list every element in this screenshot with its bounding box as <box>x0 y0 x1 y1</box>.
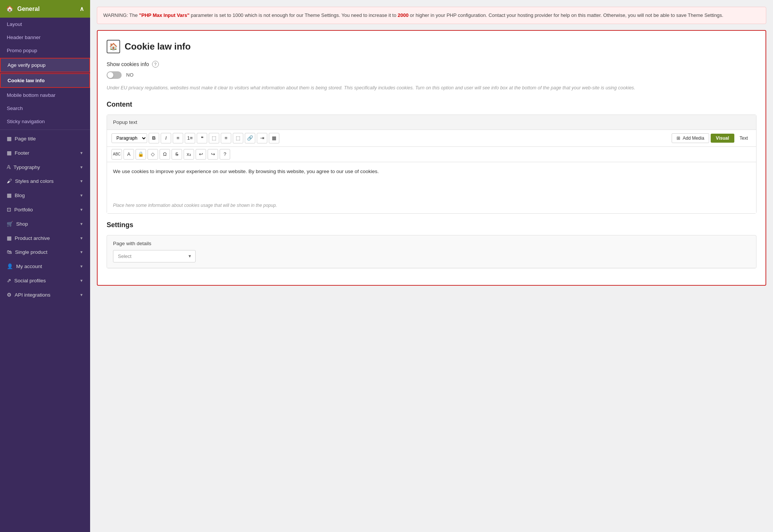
sidebar-item-label: Sticky navigation <box>7 119 45 124</box>
chevron-down-icon: ▼ <box>80 236 83 240</box>
sidebar-item-product-archive[interactable]: ▦ Product archive ▼ <box>0 231 90 245</box>
content-section-title: Content <box>107 101 756 109</box>
undo-button[interactable]: ↩ <box>196 149 206 160</box>
main-card: 🏠 Cookie law info Show cookies info ? NO… <box>97 30 766 286</box>
sidebar-item-layout[interactable]: Layout <box>0 18 90 31</box>
home-icon: 🏠 <box>109 42 118 51</box>
ordered-list-button[interactable]: 1≡ <box>185 133 195 143</box>
help-button[interactable]: ? <box>220 149 230 160</box>
grid-icon: ▦ <box>7 235 12 241</box>
page-select-wrapper: Select ▼ <box>113 250 196 262</box>
lock-button[interactable]: 🔒 <box>136 149 146 160</box>
chevron-down-icon: ▼ <box>80 193 83 197</box>
indent-button[interactable]: ⇥ <box>257 133 267 143</box>
sidebar-item-header-banner[interactable]: Header banner <box>0 31 90 44</box>
sidebar-item-age-verify[interactable]: Age verify popup <box>0 58 90 72</box>
show-cookies-label: Show cookies info ? <box>107 61 756 68</box>
add-media-button[interactable]: ⊞ Add Media <box>672 133 709 143</box>
sidebar-item-single-product[interactable]: 🛍 Single product ▼ <box>0 245 90 259</box>
sidebar-item-label: Portfolio <box>14 207 33 212</box>
sidebar-item-mobile-navbar[interactable]: Mobile bottom navbar <box>0 89 90 102</box>
sidebar-item-blog[interactable]: ▦ Blog ▼ <box>0 188 90 202</box>
sidebar-item-typography[interactable]: 𝔸 Typography ▼ <box>0 160 90 174</box>
sidebar-item-my-account[interactable]: 👤 My account ▼ <box>0 259 90 273</box>
page-icon: 🏠 <box>107 40 120 53</box>
editor-content: We use cookies to improve your experienc… <box>113 169 379 174</box>
warning-highlight-1: "PHP Max Input Vars" <box>139 12 189 18</box>
chevron-down-icon: ▼ <box>80 208 83 212</box>
sidebar-item-footer[interactable]: ▦ Footer ▼ <box>0 146 90 160</box>
editor-toolbar: Paragraph B I ≡ 1≡ ❝ ⬚ ≡ ⬚ 🔗 ⇥ ▦ ⊞ <box>107 130 756 147</box>
sidebar-item-label: Footer <box>15 150 29 156</box>
text-color-button[interactable]: A <box>124 149 134 160</box>
page-title-row: 🏠 Cookie law info <box>107 40 756 53</box>
subscript-button[interactable]: x₂ <box>184 149 194 160</box>
diamond-button[interactable]: ◇ <box>148 149 158 160</box>
sidebar-item-label: Blog <box>15 193 25 198</box>
sidebar-item-label: Layout <box>7 21 22 27</box>
toggle-label: NO <box>126 72 134 78</box>
redo-button[interactable]: ↪ <box>208 149 218 160</box>
page-with-details-label: Page with details <box>113 241 750 246</box>
editor-body: We use cookies to improve your experienc… <box>107 162 756 200</box>
sidebar-item-page-title[interactable]: ▦ Page title <box>0 131 90 146</box>
sidebar-item-label: Social profiles <box>14 278 46 283</box>
chevron-down-icon: ▼ <box>80 151 83 155</box>
align-left-button[interactable]: ⬚ <box>209 133 219 143</box>
align-right-button[interactable]: ⬚ <box>233 133 243 143</box>
cookies-description: Under EU privacy regulations, websites m… <box>107 84 756 92</box>
sidebar-item-styles-colors[interactable]: 🖌 Styles and colors ▼ <box>0 174 90 188</box>
abc-button[interactable]: ABC <box>112 149 122 160</box>
sidebar-item-portfolio[interactable]: ⊡ Portfolio ▼ <box>0 202 90 217</box>
home-icon: 🏠 <box>6 5 14 12</box>
page-title: Cookie law info <box>125 41 191 52</box>
sidebar-item-social-profiles[interactable]: ⇗ Social profiles ▼ <box>0 273 90 288</box>
unordered-list-button[interactable]: ≡ <box>173 133 183 143</box>
gear-icon: ⚙ <box>7 292 12 298</box>
chevron-down-icon: ▼ <box>80 179 83 183</box>
sidebar-item-label: Cookie law info <box>8 78 45 83</box>
italic-button[interactable]: I <box>161 133 171 143</box>
warning-highlight-2: 2000 <box>398 12 408 18</box>
grid-icon: ▦ <box>7 136 12 142</box>
chevron-down-icon: ▼ <box>80 293 83 297</box>
sidebar-item-api-integrations[interactable]: ⚙ API integrations ▼ <box>0 288 90 302</box>
bold-button[interactable]: B <box>149 133 159 143</box>
sidebar-item-label: Mobile bottom navbar <box>7 92 56 98</box>
page-select[interactable]: Select <box>113 250 196 262</box>
sidebar-item-shop[interactable]: 🛒 Shop ▼ <box>0 217 90 231</box>
table-button[interactable]: ▦ <box>269 133 279 143</box>
omega-button[interactable]: Ω <box>160 149 170 160</box>
grid-icon: ▦ <box>7 192 12 198</box>
add-media-label: Add Media <box>683 136 704 141</box>
sidebar-header[interactable]: 🏠 General ∧ <box>0 0 90 18</box>
sidebar-item-label: Single product <box>15 249 47 255</box>
paint-icon: 🖌 <box>7 178 12 184</box>
cookies-toggle[interactable] <box>107 71 122 79</box>
sidebar-item-label: Shop <box>16 221 28 227</box>
text-button[interactable]: Text <box>736 134 752 143</box>
help-icon[interactable]: ? <box>152 61 159 68</box>
sidebar-item-label: Styles and colors <box>15 178 54 184</box>
link-button[interactable]: 🔗 <box>245 133 255 143</box>
paragraph-select[interactable]: Paragraph <box>112 133 147 143</box>
toggle-row: NO <box>107 71 756 79</box>
sidebar-header-label: General <box>17 6 40 12</box>
main-content: WARNING: The "PHP Max Input Vars" parame… <box>90 0 773 532</box>
align-center-button[interactable]: ≡ <box>221 133 231 143</box>
visual-button[interactable]: Visual <box>711 134 734 143</box>
typography-icon: 𝔸 <box>7 164 11 170</box>
blockquote-button[interactable]: ❝ <box>197 133 207 143</box>
sidebar-item-cookie-law[interactable]: Cookie law info <box>0 73 90 88</box>
sidebar-item-promo-popup[interactable]: Promo popup <box>0 44 90 57</box>
sidebar-item-label: Typography <box>14 164 40 170</box>
user-icon: 👤 <box>7 263 13 269</box>
sidebar-item-search[interactable]: Search <box>0 102 90 115</box>
warning-text: WARNING: The "PHP Max Input Vars" parame… <box>103 12 723 18</box>
strikethrough-button[interactable]: S̶ <box>172 149 182 160</box>
sidebar-item-label: API integrations <box>15 292 50 298</box>
bag-icon: 🛍 <box>7 249 12 255</box>
share-icon: ⇗ <box>7 277 11 283</box>
sidebar-item-sticky-nav[interactable]: Sticky navigation <box>0 115 90 128</box>
chevron-down-icon: ▼ <box>80 279 83 283</box>
